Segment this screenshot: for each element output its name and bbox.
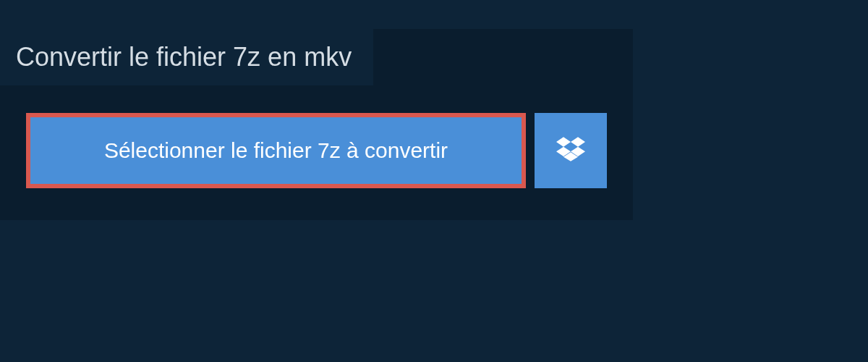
select-file-button[interactable]: Sélectionner le fichier 7z à convertir xyxy=(26,113,526,188)
action-row: Sélectionner le fichier 7z à convertir xyxy=(0,85,633,220)
tab-title: Convertir le fichier 7z en mkv xyxy=(16,42,352,72)
dropbox-button[interactable] xyxy=(535,113,607,188)
converter-tab[interactable]: Convertir le fichier 7z en mkv xyxy=(0,29,373,85)
converter-panel: Convertir le fichier 7z en mkv Sélection… xyxy=(0,29,633,220)
select-file-label: Sélectionner le fichier 7z à convertir xyxy=(104,138,448,163)
dropbox-icon xyxy=(556,135,585,167)
